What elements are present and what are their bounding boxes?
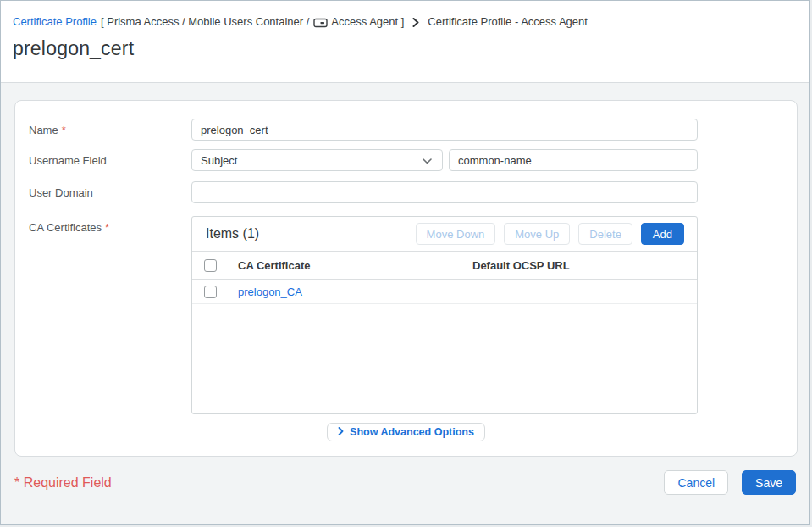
ca-certificate-link[interactable]: prelogon_CA (238, 286, 302, 298)
breadcrumb-current: Certificate Profile - Access Agent (428, 15, 588, 28)
name-label: Name* (29, 124, 191, 136)
main-content: Name* Username Field Subject (1, 100, 809, 525)
user-domain-label: User Domain (29, 186, 191, 199)
advanced-options-wrap: Show Advanced Options (15, 423, 797, 441)
page-title: prelogon_cert (13, 37, 809, 60)
cancel-button[interactable]: Cancel (664, 470, 728, 495)
add-button[interactable]: Add (641, 223, 684, 245)
table-header-row: CA Certificate Default OCSP URL (192, 252, 697, 280)
username-field-row: Username Field Subject (29, 149, 797, 171)
show-advanced-options-label: Show Advanced Options (350, 426, 474, 438)
select-all-checkbox[interactable] (204, 259, 217, 272)
ca-certificates-panel: Items (1) Move Down Move Up Delete Add C… (191, 216, 698, 414)
breadcrumb-link-certificate-profile[interactable]: Certificate Profile (13, 15, 97, 28)
username-field-label: Username Field (29, 154, 191, 167)
select-all-cell (192, 252, 229, 279)
row-checkbox[interactable] (204, 286, 217, 298)
row-checkbox-cell (192, 280, 229, 303)
items-count-title: Items (1) (206, 226, 259, 241)
move-up-button[interactable]: Move Up (504, 223, 570, 245)
column-header-ca-certificate: CA Certificate (229, 252, 461, 279)
username-field-controls: Subject (191, 149, 698, 171)
show-advanced-options-button[interactable]: Show Advanced Options (327, 423, 485, 441)
table-row: prelogon_CA (192, 280, 697, 304)
page-header: Certificate Profile [ Prisma Access / Mo… (1, 1, 809, 83)
username-field-selected-value: Subject (201, 154, 237, 167)
breadcrumb-context-suffix: Access Agent ] (331, 15, 404, 28)
ca-certificate-cell: prelogon_CA (229, 280, 461, 303)
name-input[interactable] (191, 119, 698, 141)
delete-button[interactable]: Delete (578, 223, 632, 245)
save-button[interactable]: Save (742, 470, 796, 495)
move-down-button[interactable]: Move Down (416, 223, 496, 245)
name-row: Name* (29, 119, 797, 141)
required-field-note: * Required Field (14, 475, 112, 491)
ca-certificates-row: CA Certificates* Items (1) Move Down Mov… (29, 216, 797, 414)
column-header-default-ocsp-url: Default OCSP URL (461, 252, 697, 279)
username-field-select[interactable]: Subject (191, 149, 443, 171)
chevron-right-icon (338, 426, 344, 438)
user-domain-row: User Domain (29, 181, 797, 203)
user-domain-input[interactable] (191, 181, 698, 203)
chevron-right-icon (412, 18, 419, 27)
required-asterisk: * (14, 475, 19, 490)
ca-certificates-label: CA Certificates* (29, 216, 191, 234)
page-footer: * Required Field Cancel Save (14, 470, 796, 495)
required-asterisk: * (105, 221, 109, 234)
form-card: Name* Username Field Subject (14, 100, 798, 457)
chevron-down-icon (423, 154, 432, 167)
ca-certificates-panel-header: Items (1) Move Down Move Up Delete Add (192, 217, 697, 252)
breadcrumb-context-prefix: [ Prisma Access / Mobile Users Container… (101, 15, 309, 28)
breadcrumb: Certificate Profile [ Prisma Access / Mo… (1, 1, 809, 28)
required-asterisk: * (62, 124, 66, 136)
panel-actions: Move Down Move Up Delete Add (416, 223, 684, 245)
certificate-profile-page: Certificate Profile [ Prisma Access / Mo… (0, 0, 810, 525)
footer-actions: Cancel Save (664, 470, 796, 495)
container-icon (313, 18, 328, 28)
username-field-value-input[interactable] (449, 149, 698, 171)
default-ocsp-url-cell (461, 280, 697, 303)
